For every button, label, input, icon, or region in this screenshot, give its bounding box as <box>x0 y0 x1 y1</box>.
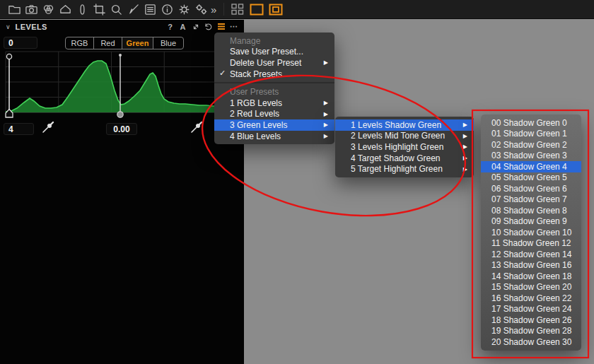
panel-title: LEVELS <box>16 23 47 31</box>
focused-viewer-icon[interactable] <box>269 4 283 16</box>
menu-item-label: 1 Levels Shadow Green <box>351 120 441 130</box>
crop-icon[interactable] <box>91 2 107 16</box>
shadow-slider-top-handle[interactable] <box>6 54 11 59</box>
shadow-value-item[interactable]: 04 Shadow Green 4 <box>481 161 581 172</box>
more-options-icon[interactable]: ⋯ <box>229 22 238 31</box>
gamma-field[interactable]: 0.00 <box>106 123 137 135</box>
preset-menu-item[interactable]: ✓Stack Presets <box>214 69 334 80</box>
menu-item-label: 11 Shadow Green 12 <box>491 238 571 248</box>
shadow-value-item[interactable]: 05 Shadow Green 5 <box>481 172 581 184</box>
shadow-value-item[interactable]: 14 Shadow Green 18 <box>481 271 581 282</box>
shadow-value-item[interactable]: 03 Shadow Green 3 <box>481 151 581 162</box>
menu-item-label: 16 Shadow Green 22 <box>491 293 571 303</box>
collapse-chevron-icon[interactable]: ∨ <box>6 23 11 30</box>
preset-menu-item[interactable]: Delete User Preset▶ <box>214 57 334 69</box>
zoom-icon[interactable] <box>107 2 124 16</box>
submenu-arrow-icon: ▶ <box>455 143 467 150</box>
info-icon[interactable] <box>158 2 175 16</box>
menu-item-label: 08 Shadow Green 8 <box>491 206 567 216</box>
brush-icon[interactable] <box>124 2 141 16</box>
shadow-value-item[interactable]: 02 Shadow Green 2 <box>481 139 581 151</box>
folders-icon[interactable] <box>6 2 23 16</box>
channel-tab-red[interactable]: Red <box>94 37 122 49</box>
preset-menu-item[interactable]: 4 Blue Levels▶ <box>214 131 334 142</box>
aperture-icon[interactable] <box>74 2 91 16</box>
menu-item-label: 17 Shadow Green 24 <box>491 304 571 314</box>
green-submenu-item[interactable]: 2 Levels Mid Tone Green▶ <box>335 131 474 142</box>
submenu-arrow-icon: ▶ <box>315 133 328 139</box>
shadow-value-item[interactable]: 10 Shadow Green 10 <box>481 227 581 238</box>
menu-item-label: 01 Shadow Green 1 <box>491 129 567 139</box>
shadow-value-item[interactable]: 18 Shadow Green 26 <box>481 315 581 326</box>
menu-item-label: 12 Shadow Green 14 <box>491 249 571 259</box>
channel-tab-green[interactable]: Green <box>122 37 153 49</box>
menu-item-label: 14 Shadow Green 18 <box>491 271 571 281</box>
green-submenu-item[interactable]: 3 Levels Highlight Green▶ <box>335 141 474 153</box>
presets-context-menu: ManageSave User Preset...Delete User Pre… <box>214 33 334 144</box>
green-submenu-item[interactable]: 4 Target Shadow Green▶ <box>335 153 474 164</box>
color-wheels-icon[interactable] <box>40 2 57 16</box>
shadow-value-item[interactable]: 11 Shadow Green 12 <box>481 238 581 249</box>
menu-item-label: 3 Green Levels <box>230 120 287 130</box>
preset-menu-item[interactable]: 2 Red Levels▶ <box>214 109 334 120</box>
shadow-value-item[interactable]: 20 Shadow Green 30 <box>481 336 581 348</box>
shadow-value-item[interactable]: 19 Shadow Green 28 <box>481 326 581 337</box>
menu-item-label: 4 Blue Levels <box>230 131 281 141</box>
shadow-value-item[interactable]: 07 Shadow Green 7 <box>481 194 581 206</box>
preset-menu-item[interactable]: 1 RGB Levels▶ <box>214 98 334 109</box>
camera-icon[interactable] <box>23 2 40 16</box>
gamma-slider-handle[interactable] <box>117 112 123 117</box>
preset-menu-item: Manage <box>214 35 334 47</box>
shadow-value-item[interactable]: 17 Shadow Green 24 <box>481 304 581 315</box>
process-gears-icon[interactable] <box>192 2 209 16</box>
presets-menu-icon[interactable] <box>216 22 226 31</box>
menu-item-label: 03 Shadow Green 3 <box>491 151 567 160</box>
shadow-value-item[interactable]: 06 Shadow Green 6 <box>481 183 581 194</box>
highlight-eyedropper-icon[interactable] <box>190 120 204 134</box>
menu-item-label: 15 Shadow Green 20 <box>491 282 571 292</box>
grid-view-icon[interactable] <box>231 4 245 15</box>
shadow-value-item[interactable]: 00 Shadow Green 0 <box>481 117 581 129</box>
green-submenu-item[interactable]: 1 Levels Shadow Green▶ <box>335 119 474 131</box>
toolbar-overflow-button[interactable]: » <box>211 4 216 16</box>
shadow-value-item[interactable]: 12 Shadow Green 14 <box>481 249 581 260</box>
reset-icon[interactable] <box>204 22 213 31</box>
lens-profile-icon[interactable] <box>57 2 74 16</box>
menu-item-label: Stack Presets <box>230 69 282 79</box>
channel-tab-rgb[interactable]: RGB <box>66 37 94 49</box>
menu-item-label: 3 Levels Highlight Green <box>351 142 443 152</box>
shadow-value-item[interactable]: 16 Shadow Green 22 <box>481 293 581 304</box>
shadow-value-item[interactable]: 13 Shadow Green 16 <box>481 260 581 271</box>
shadow-value-item[interactable]: 08 Shadow Green 8 <box>481 205 581 216</box>
preset-menu-item: User Presets <box>214 86 334 98</box>
expand-icon[interactable] <box>191 22 200 31</box>
menu-item-label: 04 Shadow Green 4 <box>491 162 567 172</box>
menu-item-label: User Presets <box>230 87 279 97</box>
shadow-value-item[interactable]: 15 Shadow Green 20 <box>481 282 581 293</box>
help-icon[interactable]: ? <box>165 22 175 31</box>
shadow-value-item[interactable]: 09 Shadow Green 9 <box>481 216 581 228</box>
menu-item-label: 1 RGB Levels <box>230 98 282 108</box>
shadow-eyedropper-icon[interactable] <box>41 120 55 134</box>
submenu-arrow-icon: ▶ <box>315 100 328 106</box>
auto-adjust-icon[interactable]: A <box>178 22 187 31</box>
preset-menu-item[interactable]: Save User Preset... <box>214 47 334 58</box>
channel-tab-blue[interactable]: Blue <box>153 37 183 49</box>
output-shadow-field[interactable]: 0 <box>4 37 37 49</box>
green-submenu-item[interactable]: 5 Target Highlight Green▶ <box>335 163 474 175</box>
menu-item-label: 13 Shadow Green 16 <box>491 260 571 270</box>
shadow-level-field[interactable]: 4 <box>4 123 34 135</box>
panel-header-actions: ? A ⋯ <box>165 22 238 31</box>
metadata-list-icon[interactable] <box>141 2 158 16</box>
shadow-value-item[interactable]: 01 Shadow Green 1 <box>481 129 581 140</box>
toolbar-divider <box>223 3 224 16</box>
checkmark-icon: ✓ <box>219 69 226 78</box>
menu-item-label: 06 Shadow Green 6 <box>491 184 567 194</box>
single-viewer-icon[interactable] <box>250 4 264 16</box>
menu-item-label: Delete User Preset <box>230 58 301 68</box>
preset-menu-item[interactable]: 3 Green Levels▶ <box>214 119 334 131</box>
green-levels-submenu: 1 Levels Shadow Green▶2 Levels Mid Tone … <box>335 117 474 177</box>
menu-item-label: 2 Red Levels <box>230 109 279 119</box>
levels-histogram[interactable] <box>0 49 244 120</box>
settings-gear-icon[interactable] <box>175 2 192 16</box>
